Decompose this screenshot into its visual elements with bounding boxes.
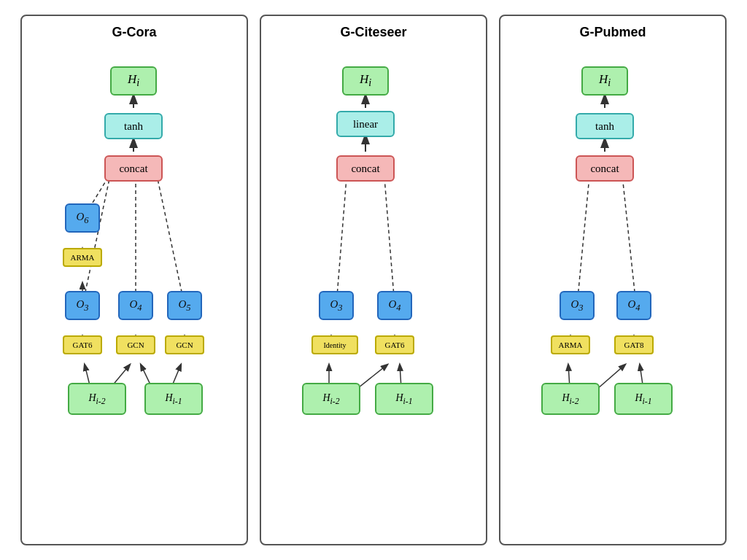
panel-g-citeseer: G-Citeseer — [260, 15, 487, 545]
node-hi1-pubmed: Hi-1 — [614, 383, 673, 415]
panel-inner-g-cora: Hi tanh concat O6 ARMA O3 — [28, 47, 241, 532]
node-concat-pubmed: concat — [576, 155, 634, 182]
node-hi2-cora: Hi-2 — [68, 383, 126, 415]
svg-line-26 — [577, 168, 590, 306]
node-o6-cora: O6 — [65, 203, 100, 233]
node-concat-citeseer: concat — [336, 155, 395, 182]
diagrams-container: G-Cora — [0, 0, 747, 560]
panel-inner-g-citeseer: Hi linear concat O3 O4 Identity — [267, 47, 480, 532]
panel-title-g-citeseer: G-Citeseer — [340, 25, 406, 40]
svg-line-18 — [384, 168, 395, 306]
node-gat6-citeseer: GAT6 — [375, 335, 414, 354]
panel-inner-g-pubmed: Hi tanh concat O3 O4 ARMA — [506, 47, 719, 532]
node-gat6-cora: GAT6 — [63, 335, 102, 354]
svg-line-3 — [82, 168, 112, 306]
node-o4-citeseer: O4 — [377, 291, 412, 320]
svg-line-17 — [336, 168, 347, 306]
node-o5-cora: O5 — [167, 291, 202, 320]
node-tanh-pubmed: tanh — [576, 113, 634, 139]
node-o3-citeseer: O3 — [319, 291, 354, 320]
panel-g-pubmed: G-Pubmed — [499, 15, 727, 545]
panel-title-g-pubmed: G-Pubmed — [579, 25, 646, 40]
node-o3-pubmed: O3 — [560, 291, 595, 320]
node-hi2-citeseer: Hi-2 — [302, 383, 360, 415]
node-o4-cora: O4 — [118, 291, 153, 320]
node-arma-cora: ARMA — [63, 248, 102, 267]
node-linear-citeseer: linear — [336, 111, 395, 137]
node-hi-out-pubmed: Hi — [581, 66, 628, 96]
panel-g-cora: G-Cora — [20, 15, 248, 545]
node-identity-citeseer: Identity — [311, 335, 358, 354]
svg-line-27 — [622, 168, 636, 306]
node-hi-out-citeseer: Hi — [342, 66, 389, 96]
panel-title-g-cora: G-Cora — [112, 25, 156, 40]
node-o4-pubmed: O4 — [616, 291, 651, 320]
svg-line-5 — [155, 168, 185, 306]
node-o3-cora: O3 — [65, 291, 100, 320]
node-gcn1-cora: GCN — [116, 335, 155, 354]
node-hi2-pubmed: Hi-2 — [541, 383, 600, 415]
node-hi1-cora: Hi-1 — [144, 383, 203, 415]
node-hi-out-cora: Hi — [110, 66, 157, 96]
node-concat-cora: concat — [104, 155, 163, 182]
node-gat8-pubmed: GAT8 — [614, 335, 654, 354]
node-hi1-citeseer: Hi-1 — [375, 383, 433, 415]
node-tanh-cora: tanh — [104, 113, 163, 139]
node-gcn2-cora: GCN — [165, 335, 204, 354]
node-arma-pubmed: ARMA — [551, 335, 590, 354]
